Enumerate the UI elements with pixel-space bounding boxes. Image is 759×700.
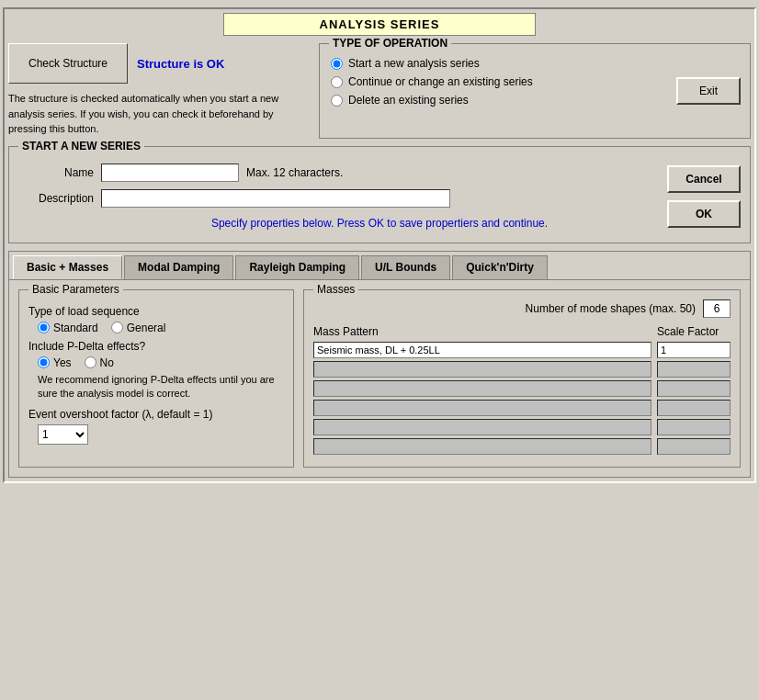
check-structure-button[interactable]: Check Structure (8, 43, 128, 84)
new-series-title: START A NEW SERIES (18, 140, 144, 152)
load-label-standard: Standard (53, 322, 98, 334)
new-series-section: START A NEW SERIES Name Max. 12 characte… (8, 146, 751, 243)
pattern-col-header: Mass Pattern (313, 325, 651, 338)
p-delta-no: No (85, 356, 114, 369)
load-radio-general[interactable] (111, 322, 123, 333)
mass-pattern-input-4[interactable] (313, 419, 651, 435)
mass-row-4 (313, 419, 731, 435)
p-delta-radio-yes[interactable] (38, 356, 50, 368)
ok-button[interactable]: OK (667, 200, 741, 228)
basic-params-box: Basic Parameters Type of load sequence S… (18, 289, 294, 468)
p-delta-section: Include P-Delta effects? Yes No We recom… (28, 340, 284, 401)
operation-radio-0[interactable] (331, 58, 343, 70)
load-radio-standard[interactable] (38, 322, 50, 333)
type-operation-panel: TYPE OF OPERATION Start a new analysis s… (319, 43, 751, 139)
p-delta-yes: Yes (38, 356, 72, 369)
operation-label-2: Delete an existing series (348, 94, 469, 107)
mass-row-1 (313, 361, 731, 378)
mass-row-5 (313, 438, 731, 455)
p-delta-label: Include P-Delta effects? (28, 340, 284, 353)
recommend-text: We recommend ignoring P-Delta effects un… (38, 373, 284, 401)
load-general: General (111, 322, 166, 334)
action-buttons: Cancel OK (667, 165, 741, 228)
max-chars-text: Max. 12 characters. (246, 166, 343, 179)
tabs-content: Basic Parameters Type of load sequence S… (9, 279, 750, 477)
tab-rayleigh-damping[interactable]: Rayleigh Damping (235, 255, 359, 279)
load-sequence-label: Type of load sequence (28, 305, 284, 318)
tabs-header: Basic + Masses Modal Damping Rayleigh Da… (9, 252, 750, 279)
p-delta-label-no: No (100, 356, 114, 369)
mode-shapes-label: Number of mode shapes (max. 50) (526, 302, 696, 315)
mode-shapes-input[interactable] (703, 299, 731, 318)
specify-text: Specify properties below. Press OK to sa… (20, 217, 739, 230)
mass-pattern-input-5[interactable] (313, 438, 651, 455)
load-label-general: General (127, 322, 166, 334)
p-delta-radio-group: Yes No (38, 356, 284, 369)
tab-basic-masses[interactable]: Basic + Masses (13, 255, 122, 279)
load-sequence-section: Type of load sequence Standard General (28, 305, 284, 334)
top-section: Check Structure Structure is OK The stru… (8, 43, 751, 139)
mass-scale-input-2[interactable] (657, 380, 731, 397)
title-bar: ANALYSIS SERIES (223, 13, 536, 36)
structure-ok-label: Structure is OK (137, 57, 224, 71)
overshoot-label: Event overshoot factor (λ, default = 1) (28, 408, 284, 421)
scale-col-header: Scale Factor (657, 325, 731, 338)
operation-option-0: Start a new analysis series (331, 57, 739, 70)
description-label: Description (20, 192, 94, 205)
mode-shapes-row: Number of mode shapes (max. 50) (313, 299, 731, 318)
mass-pattern-input-2[interactable] (313, 380, 651, 397)
p-delta-label-yes: Yes (53, 356, 72, 369)
mass-pattern-input-0[interactable] (313, 342, 651, 358)
name-label: Name (20, 166, 94, 179)
mass-row-3 (313, 400, 731, 416)
check-description: The structure is checked automatically w… (8, 89, 312, 139)
basic-params-title: Basic Parameters (28, 283, 123, 296)
load-sequence-radio-group: Standard General (38, 322, 284, 334)
load-standard: Standard (38, 322, 98, 334)
mass-scale-input-3[interactable] (657, 400, 731, 416)
main-window: ANALYSIS SERIES Check Structure Structur… (3, 7, 756, 483)
operation-label-0: Start a new analysis series (348, 57, 480, 70)
name-input[interactable] (101, 164, 239, 182)
mass-scale-input-0[interactable] (657, 342, 731, 358)
masses-box: Masses Number of mode shapes (max. 50) M… (303, 289, 741, 468)
operation-radio-1[interactable] (331, 76, 343, 88)
mass-row-2 (313, 380, 731, 397)
overshoot-select[interactable]: 1 (38, 424, 88, 445)
exit-button[interactable]: Exit (676, 77, 741, 105)
mass-scale-input-5[interactable] (657, 438, 731, 455)
window-title: ANALYSIS SERIES (320, 17, 440, 31)
mass-scale-input-1[interactable] (657, 361, 731, 378)
cancel-button[interactable]: Cancel (667, 165, 741, 193)
mass-table: Mass Pattern Scale Factor (313, 325, 731, 455)
tabs-section: Basic + Masses Modal Damping Rayleigh Da… (8, 251, 751, 478)
tab-ul-bounds[interactable]: U/L Bounds (361, 255, 450, 279)
mass-pattern-input-3[interactable] (313, 400, 651, 416)
operation-label-1: Continue or change an existing series (348, 75, 533, 88)
left-panel: Check Structure Structure is OK The stru… (8, 43, 312, 139)
description-row: Description (20, 189, 739, 208)
type-operation-title: TYPE OF OPERATION (329, 37, 451, 50)
mass-pattern-input-1[interactable] (313, 361, 651, 378)
mass-row-0 (313, 342, 731, 358)
tab-modal-damping[interactable]: Modal Damping (124, 255, 233, 279)
operation-radio-2[interactable] (331, 95, 343, 107)
tab-quickndirty[interactable]: Quick'n'Dirty (452, 255, 548, 279)
check-structure-area: Check Structure Structure is OK (8, 43, 312, 84)
mass-scale-input-4[interactable] (657, 419, 731, 435)
overshoot-dropdown-row: 1 (38, 424, 284, 445)
name-row: Name Max. 12 characters. (20, 164, 739, 182)
overshoot-section: Event overshoot factor (λ, default = 1) … (28, 408, 284, 445)
description-input[interactable] (101, 189, 450, 208)
mass-table-header: Mass Pattern Scale Factor (313, 325, 731, 338)
p-delta-radio-no[interactable] (85, 356, 96, 368)
masses-title: Masses (313, 283, 358, 296)
